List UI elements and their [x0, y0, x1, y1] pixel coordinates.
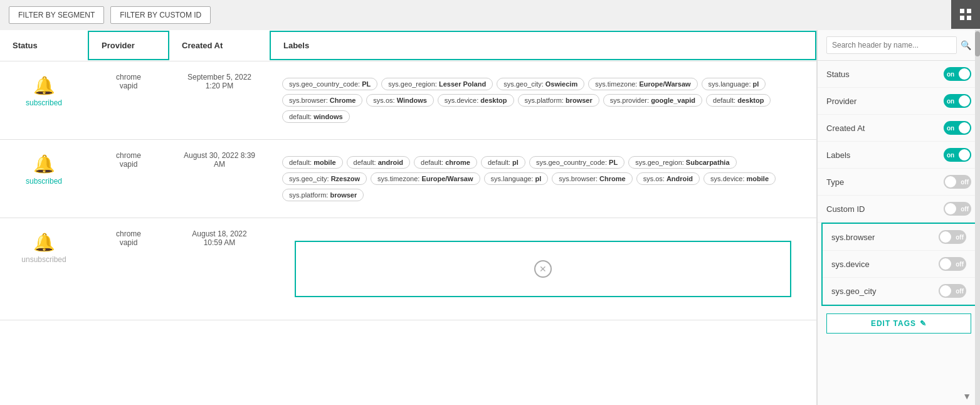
toggle-row-type: Type off [818, 169, 980, 196]
close-icon: ✕ [534, 260, 552, 278]
tag: sys.platform: browser [518, 94, 599, 107]
toggle-knob [959, 149, 970, 160]
toggle-knob [940, 285, 951, 297]
tag: sys.geo_country_code: PL [282, 78, 377, 90]
edit-icon: ✎ [920, 319, 927, 328]
th-labels: Labels [270, 31, 816, 60]
main-area: Status Provider Created At Labels 🔔 subs… [0, 30, 980, 405]
toggle-row-labels: Labels on [818, 142, 980, 169]
tag: sys.geo_region: Lesser Poland [381, 78, 493, 90]
tag: sys.device: desktop [438, 94, 514, 107]
edit-tags-label: EDIT TAGS [871, 319, 916, 328]
labels-cell-1: sys.geo_country_code: PL sys.geo_region:… [270, 73, 816, 128]
provider-line2-3: vapid [120, 238, 138, 247]
table-row: 🔔 subscribed chrome vapid August 30, 202… [0, 140, 816, 218]
search-icon: 🔍 [961, 40, 971, 50]
toggle-on-text: on [947, 152, 954, 159]
edit-tags-button[interactable]: EDIT TAGS ✎ [826, 313, 971, 334]
scrollbar-track[interactable] [975, 30, 980, 405]
tag: default: desktop [706, 94, 771, 107]
search-input[interactable] [826, 36, 957, 54]
toggle-knob [959, 95, 970, 107]
toggle-sys-device[interactable]: off [939, 257, 966, 271]
svg-rect-1 [967, 9, 971, 13]
status-text-1: subscribed [26, 98, 62, 107]
toggle-on-text: on [947, 71, 954, 78]
tag: sys.browser: Chrome [552, 172, 632, 185]
tag: default: android [347, 156, 410, 169]
tag: sys.os: Android [636, 172, 700, 185]
toggle-off-text: off [956, 234, 964, 241]
toggle-row-created-at: Created At on [818, 115, 980, 142]
th-created-at: Created At [169, 32, 270, 59]
filter-custom-id-button[interactable]: FILTER BY CUSTOM ID [110, 6, 211, 24]
labels-cell-2: default: mobile default: android default… [270, 151, 816, 206]
svg-rect-0 [960, 9, 964, 13]
tag: sys.geo_country_code: PL [529, 156, 624, 169]
tag: sys.os: Windows [366, 94, 433, 107]
toggle-sys-browser[interactable]: off [939, 230, 966, 244]
highlighted-toggles-section: sys.browser off sys.device off sys.geo_c… [821, 223, 976, 306]
toggle-label-sys-device: sys.device [831, 260, 939, 269]
toggle-custom-id[interactable]: off [944, 202, 971, 216]
empty-labels-area: ✕ [295, 241, 791, 297]
toggle-knob [940, 231, 951, 243]
tag: sys.platform: browser [282, 189, 364, 201]
svg-rect-3 [967, 16, 971, 20]
search-box: 🔍 [818, 30, 980, 61]
toggle-label-custom-id: Custom ID [826, 204, 944, 214]
toggle-created-at[interactable]: on [944, 121, 971, 135]
status-cell-1: 🔔 subscribed [0, 73, 88, 107]
toggle-status[interactable]: on [944, 67, 971, 81]
provider-cell-3: chrome vapid [88, 229, 169, 247]
toggle-label-type: Type [826, 177, 944, 187]
bell-icon: 🔔 [33, 75, 55, 96]
status-cell-2: 🔔 subscribed [0, 151, 88, 186]
toggle-row-status: Status on [818, 61, 980, 88]
toggle-off-text: off [961, 206, 969, 213]
tag: sys.device: mobile [703, 172, 776, 185]
tag: sys.geo_region: Subcarpathia [628, 156, 736, 169]
labels-cell-3: ✕ [270, 229, 816, 308]
right-panel: 🔍 Status on Provider on Created At on [817, 30, 980, 405]
chevron-down-icon[interactable]: ▼ [962, 391, 971, 401]
toggle-row-sys-device: sys.device off [823, 251, 975, 278]
toggle-label-sys-geo-city: sys.geo_city [831, 287, 939, 296]
toggle-knob [945, 203, 956, 214]
toggle-row-custom-id: Custom ID off [818, 196, 980, 223]
grid-icon-button[interactable] [951, 0, 980, 29]
tag: default: mobile [282, 156, 343, 169]
toggle-provider[interactable]: on [944, 94, 971, 108]
toggle-type[interactable]: off [944, 175, 971, 189]
toggle-labels[interactable]: on [944, 148, 971, 162]
provider-cell-2: chrome vapid [88, 151, 169, 169]
tag: sys.language: pl [484, 172, 549, 185]
status-cell-3: 🔔 unsubscribed [0, 229, 88, 264]
table-header: Status Provider Created At Labels [0, 30, 816, 61]
provider-line2-2: vapid [120, 160, 138, 169]
toggle-row-provider: Provider on [818, 88, 980, 115]
tag: sys.timezone: Europe/Warsaw [371, 172, 480, 185]
tag: default: windows [282, 110, 350, 123]
filter-segment-button[interactable]: FILTER BY SEGMENT [9, 6, 104, 24]
created-cell-1: September 5, 2022 1:20 PM [169, 73, 270, 90]
provider-cell-1: chrome vapid [88, 73, 169, 90]
toggle-label-labels: Labels [826, 150, 944, 160]
toggle-on-text: on [947, 125, 954, 132]
toggle-label-status: Status [826, 70, 944, 79]
toggle-knob [945, 176, 956, 187]
toggle-sys-geo-city[interactable]: off [939, 284, 966, 298]
toggle-off-text: off [961, 179, 969, 186]
created-cell-3: August 18, 2022 10:59 AM [169, 229, 270, 247]
bell-icon: 🔔 [33, 232, 55, 253]
provider-line1-2: chrome [116, 151, 141, 160]
tag: sys.geo_city: Rzeszow [282, 172, 367, 185]
scrollbar-thumb[interactable] [975, 31, 980, 56]
bell-icon: 🔔 [33, 154, 55, 174]
tag: default: pl [481, 156, 525, 169]
table-section: Status Provider Created At Labels 🔔 subs… [0, 30, 817, 405]
toggle-row-sys-geo-city: sys.geo_city off [823, 278, 975, 305]
tag: sys.timezone: Europe/Warsaw [588, 78, 697, 90]
toggle-label-provider: Provider [826, 97, 944, 106]
created-cell-2: August 30, 2022 8:39 AM [169, 151, 270, 169]
